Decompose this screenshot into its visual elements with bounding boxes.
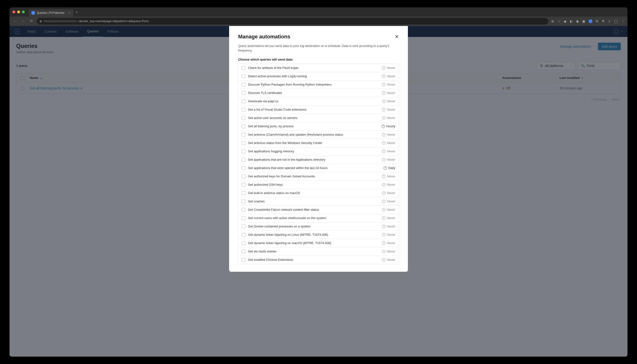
query-name: Check for artifacts of the Floxif trojan [248, 66, 382, 70]
query-frequency: Never [382, 200, 395, 203]
query-checkbox-cell [242, 133, 248, 136]
bookmark-icon[interactable]: ☆ [558, 19, 560, 23]
query-checkbox-cell [242, 200, 248, 203]
query-checkbox[interactable] [242, 241, 246, 245]
clock-icon [382, 250, 386, 253]
minimize-window-button[interactable] [17, 10, 20, 13]
query-checkbox-cell [242, 191, 248, 195]
query-name: Discover TLS certificates [248, 91, 382, 95]
query-checkbox[interactable] [242, 108, 246, 112]
forward-button[interactable]: → [20, 19, 26, 23]
query-name: Get applications that were opened within… [248, 166, 384, 170]
clock-icon [384, 166, 387, 170]
site-info-icon[interactable]: ⊞ [40, 20, 42, 23]
automation-query-row: Get all listening ports, by processHourl… [238, 122, 398, 131]
profile-icon[interactable]: ◯ [614, 19, 618, 23]
extension5-icon[interactable] [588, 19, 592, 23]
query-checkbox[interactable] [242, 174, 246, 178]
query-checkbox[interactable] [242, 208, 246, 212]
modal-query-list: Check for artifacts of the Floxif trojan… [238, 64, 399, 264]
query-checkbox[interactable] [242, 83, 246, 86]
menu-icon[interactable]: ⋮ [621, 19, 624, 23]
query-checkbox[interactable] [242, 116, 246, 120]
clock-icon [382, 108, 386, 111]
query-frequency: Never [382, 108, 395, 111]
query-checkbox-cell [242, 216, 248, 220]
maximize-window-button[interactable] [22, 10, 25, 13]
query-checkbox[interactable] [242, 74, 246, 78]
query-name: Discover Python Packages from Running Py… [248, 83, 382, 86]
new-tab-button[interactable]: + [76, 10, 78, 15]
automation-query-row: Get current users with active shell/cons… [238, 214, 398, 222]
automation-query-row: Get Docker contained processes on a syst… [238, 222, 398, 231]
downloads-icon[interactable]: ⇩ [608, 19, 611, 23]
query-checkbox[interactable] [242, 91, 246, 95]
automation-query-row: Get installed Chrome ExtensionsNever [238, 256, 398, 264]
back-button[interactable]: ← [12, 19, 18, 23]
query-checkbox-cell [242, 183, 248, 187]
tab-close-icon[interactable]: × [68, 11, 70, 15]
query-checkbox[interactable] [242, 133, 246, 136]
extension2-icon[interactable]: ◐ [570, 19, 573, 23]
query-checkbox[interactable] [242, 124, 246, 128]
query-checkbox-cell [242, 108, 248, 112]
browser-tab[interactable]: Queries | PVYdevices × [28, 9, 73, 16]
query-checkbox[interactable] [242, 166, 246, 170]
query-checkbox[interactable] [242, 183, 246, 187]
query-checkbox[interactable] [242, 100, 246, 103]
query-checkbox[interactable] [242, 250, 246, 254]
automation-query-row: Get dynamic linker hijacking on Linux (M… [238, 231, 398, 239]
clock-icon [382, 125, 385, 128]
query-checkbox[interactable] [242, 191, 246, 195]
modal-title: Manage automations [238, 34, 290, 40]
clock-icon [382, 74, 386, 78]
close-window-button[interactable] [12, 10, 15, 13]
query-checkbox[interactable] [242, 141, 246, 145]
query-checkbox-cell [242, 233, 248, 237]
extension1-icon[interactable]: ◆ [564, 19, 566, 23]
extension3-icon[interactable]: ◉ [576, 19, 579, 23]
automation-query-row: Detect active processes with Log4j runni… [238, 72, 398, 80]
query-checkbox-cell [242, 241, 248, 245]
query-name: Get Docker contained processes on a syst… [248, 224, 382, 228]
extension4-icon[interactable]: ▣ [582, 19, 585, 23]
clock-icon [382, 233, 386, 236]
query-checkbox[interactable] [242, 258, 246, 262]
query-name: Get etc hosts entries [248, 250, 382, 253]
query-frequency: Never [382, 158, 395, 162]
toolbar-right-icons: ⊕ ☆ ◆ ◐ ◉ ▣ ⧉ ⚗ ⇩ ◯ ⋮ [551, 19, 624, 23]
query-checkbox-cell [242, 250, 248, 254]
clock-icon [382, 242, 386, 245]
query-checkbox[interactable] [242, 216, 246, 220]
url-bar[interactable]: ⊞ c&order_key=name&page=0&platform=all&q… [37, 18, 548, 24]
query-checkbox[interactable] [242, 158, 246, 162]
clock-icon [382, 150, 386, 153]
query-name: Get built-in antivirus status on macOS [248, 191, 382, 195]
query-name: Get antivirus (ClamAV/clamd) and updater… [248, 133, 382, 136]
query-name: Detect active processes with Log4j runni… [248, 74, 382, 78]
modal-overlay[interactable]: Manage automations ✕ Query automations l… [10, 26, 628, 357]
zoom-icon[interactable]: ⊕ [551, 19, 554, 23]
query-frequency: Never [382, 116, 395, 120]
query-checkbox-cell [242, 158, 248, 162]
query-checkbox[interactable] [242, 150, 246, 153]
titlebar: Queries | PVYdevices × + [10, 8, 628, 16]
automation-query-row: Get applications that were opened within… [238, 164, 398, 172]
extension6-icon[interactable]: ⚗ [602, 19, 604, 23]
query-checkbox[interactable] [242, 66, 246, 70]
reload-button[interactable]: ⟳ [28, 19, 34, 23]
query-checkbox[interactable] [242, 200, 246, 203]
query-checkbox-cell [242, 174, 248, 178]
query-frequency: Never [382, 150, 395, 153]
query-checkbox-cell [242, 166, 248, 170]
query-name: Get dynamic linker hijacking on Linux (M… [248, 233, 382, 236]
modal-close-button[interactable]: ✕ [395, 34, 399, 40]
query-name: Get current users with active shell/cons… [248, 216, 382, 220]
traffic-lights [12, 10, 25, 13]
extensions-icon[interactable]: ⧉ [596, 19, 598, 23]
clock-icon [382, 66, 386, 70]
query-checkbox-cell [242, 224, 248, 228]
query-frequency: Never [382, 174, 395, 178]
query-checkbox[interactable] [242, 233, 246, 237]
query-checkbox[interactable] [242, 224, 246, 228]
